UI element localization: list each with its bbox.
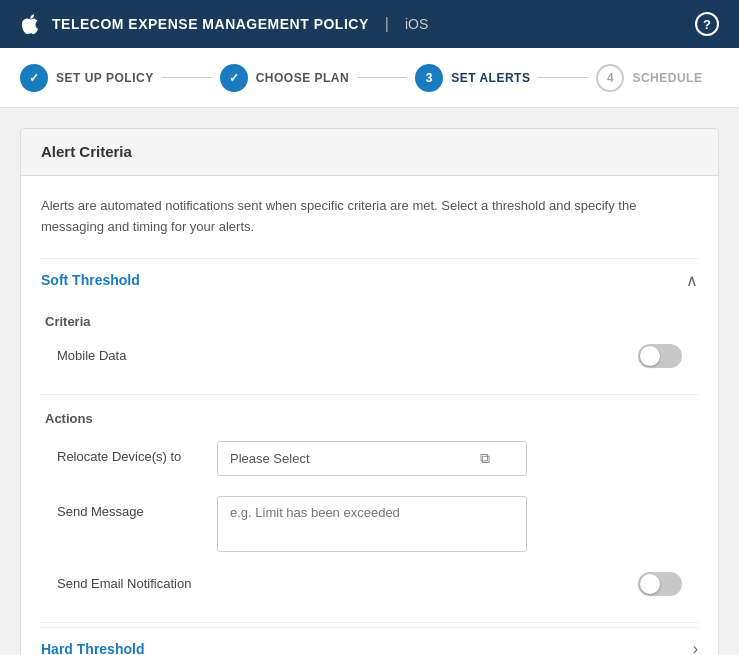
send-message-row: Send Message (41, 488, 698, 560)
mobile-data-row: Mobile Data (41, 336, 698, 376)
soft-threshold-chevron: ∧ (686, 271, 698, 290)
step-connector-1 (162, 77, 212, 78)
relocate-row: Relocate Device(s) to Please Select ⧉ (41, 433, 698, 484)
send-email-toggle[interactable] (638, 572, 682, 596)
hard-threshold-section-header[interactable]: Hard Threshold › (41, 627, 698, 655)
criteria-section: Criteria Mobile Data (41, 302, 698, 390)
relocate-label: Relocate Device(s) to (57, 441, 217, 464)
soft-threshold-title: Soft Threshold (41, 272, 140, 288)
step-2: ✓ CHOOSE PLAN (220, 64, 350, 92)
step-2-label: CHOOSE PLAN (256, 71, 350, 85)
header-subtitle: iOS (405, 16, 428, 32)
relocate-placeholder: Please Select (230, 451, 310, 466)
header-divider: | (385, 15, 389, 33)
select-copy-icon: ⧉ (480, 450, 490, 467)
help-button[interactable]: ? (695, 12, 719, 36)
card-header-title: Alert Criteria (41, 143, 132, 160)
send-message-label: Send Message (57, 496, 217, 519)
divider-2 (41, 622, 698, 623)
app-header: TELECOM EXPENSE MANAGEMENT POLICY | iOS … (0, 0, 739, 48)
step-4-label: SCHEDULE (632, 71, 702, 85)
hard-threshold-chevron: › (693, 640, 698, 655)
step-4-circle: 4 (596, 64, 624, 92)
step-3: 3 SET ALERTS (415, 64, 530, 92)
alert-criteria-card: Alert Criteria Alerts are automated noti… (20, 128, 719, 655)
stepper: ✓ SET UP POLICY ✓ CHOOSE PLAN 3 SET ALER… (0, 48, 739, 108)
actions-label: Actions (45, 411, 93, 426)
main-content: Alert Criteria Alerts are automated noti… (0, 108, 739, 655)
relocate-select-wrapper: Please Select ⧉ (217, 441, 527, 476)
send-message-input[interactable] (217, 496, 527, 552)
header-title: TELECOM EXPENSE MANAGEMENT POLICY (52, 16, 369, 32)
mobile-data-toggle[interactable] (638, 344, 682, 368)
mobile-data-label: Mobile Data (57, 348, 126, 363)
header-left: TELECOM EXPENSE MANAGEMENT POLICY | iOS (20, 14, 428, 34)
divider-1 (41, 394, 698, 395)
step-1-circle: ✓ (20, 64, 48, 92)
step-3-circle: 3 (415, 64, 443, 92)
apple-logo-icon (20, 14, 40, 34)
hard-threshold-title: Hard Threshold (41, 641, 144, 655)
relocate-select[interactable]: Please Select ⧉ (217, 441, 527, 476)
send-email-row: Send Email Notification (41, 564, 698, 604)
step-1: ✓ SET UP POLICY (20, 64, 154, 92)
criteria-label: Criteria (45, 314, 91, 329)
step-4: 4 SCHEDULE (596, 64, 702, 92)
card-body: Alerts are automated notifications sent … (21, 176, 718, 655)
actions-section: Actions Relocate Device(s) to Please Sel… (41, 399, 698, 618)
step-connector-3 (538, 77, 588, 78)
step-3-label: SET ALERTS (451, 71, 530, 85)
step-2-circle: ✓ (220, 64, 248, 92)
step-connector-2 (357, 77, 407, 78)
alert-description: Alerts are automated notifications sent … (41, 196, 698, 238)
step-1-label: SET UP POLICY (56, 71, 154, 85)
send-email-label: Send Email Notification (57, 576, 191, 591)
card-header: Alert Criteria (21, 129, 718, 176)
soft-threshold-section-header[interactable]: Soft Threshold ∧ (41, 258, 698, 302)
